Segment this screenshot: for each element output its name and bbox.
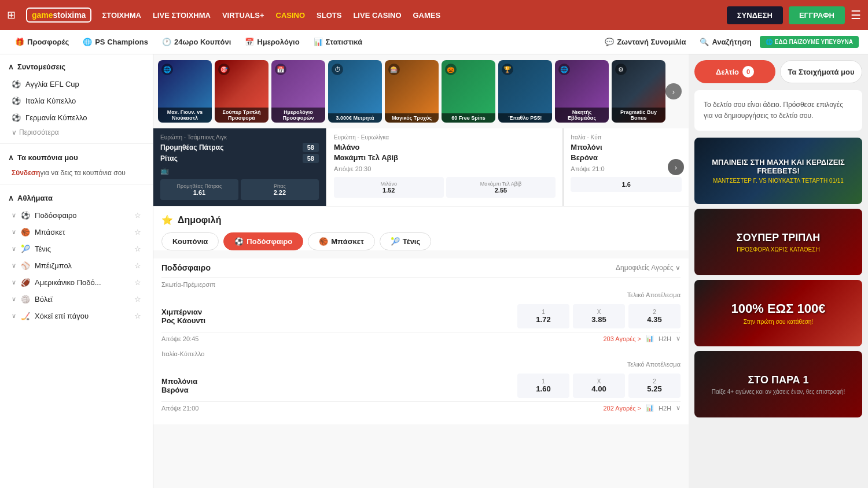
match-next-arrow[interactable]: ›: [668, 159, 684, 175]
match-card-milano[interactable]: Ευρώπη - Ευρωλίγκα Μιλάνο Μακάμπι Τελ Αβ…: [327, 128, 564, 206]
promo-card-counter[interactable]: ⏱ 3.000€ Μετρητά: [328, 60, 382, 123]
nav-casino[interactable]: CASINO: [276, 11, 306, 20]
odd-btn-4[interactable]: Μακάμπι Τελ Αβίβ 2.55: [446, 177, 556, 198]
promo-card-super-triple[interactable]: 🎯 Σούπερ Τριπλή Προσφορά: [215, 60, 269, 123]
card-icon-7: 🏆: [502, 64, 513, 75]
sidebar-item-hockey[interactable]: ∨ 🏒 Χόκεϊ επί πάγου ☆: [8, 308, 145, 324]
register-button[interactable]: ΕΓΓΡΑΦΗ: [789, 6, 845, 24]
nav-virtuals[interactable]: VIRTUALS+: [222, 11, 264, 20]
odd-cell-xb[interactable]: Χ 4.00: [573, 374, 625, 398]
responsible-gambling-badge[interactable]: 🌐 ΕΔΩ ΠΑΙΖΟΥΜΕ ΥΠΕΥΘΥΝΑ: [760, 36, 859, 48]
sport-title: Ποδόσφαιρο: [161, 263, 211, 272]
star-fav-icon-7: ☆: [134, 312, 141, 320]
logo[interactable]: gamestoixima: [26, 8, 91, 23]
sidebar-item-american-football[interactable]: ∨ 🏈 Αμερικάνικο Ποδό... ☆: [8, 274, 145, 291]
match-meta-bologna: Απόψε 21:00 202 Αγορές > 📊 H2H ∨: [161, 402, 681, 416]
promo-card-ps-champions[interactable]: 🌐 Μαν. Γιουν. vs Νιούκαστλ: [158, 60, 212, 123]
sidebar-item-baseball[interactable]: ∨ ⚾ Μπέιζμπολ ☆: [8, 257, 145, 274]
markets-dropdown[interactable]: Δημοφιλείς Αγορές ∨: [616, 264, 681, 272]
sidebar-item-volleyball[interactable]: ∨ 🏐 Βόλεϊ ☆: [8, 291, 145, 308]
sidebar-item-germany-cup[interactable]: ⚽ Γερμανία Κύπελλο: [8, 109, 145, 126]
more-button[interactable]: ∨ Περισσότερα: [8, 126, 145, 139]
sidebar-item-football[interactable]: ∨ ⚽ Ποδόσφαιρο ☆: [8, 207, 145, 224]
sidebar-item-tennis[interactable]: ∨ 🎾 Τένις ☆: [8, 241, 145, 257]
promo-next-arrow[interactable]: ›: [665, 83, 682, 99]
sec-nav-coupon24[interactable]: 🕐 24ωρο Κουπόνι: [156, 34, 237, 50]
nav-slots[interactable]: SLOTS: [317, 11, 341, 20]
american-football-icon: 🏈: [21, 278, 30, 287]
graph-icon-2: 📊: [646, 404, 654, 412]
odd-cell-x[interactable]: Χ 3.85: [573, 304, 625, 328]
odd-btn-2[interactable]: Ρίτας 2.22: [241, 179, 319, 200]
odd-btn-3[interactable]: Μιλάνο 1.52: [334, 177, 444, 198]
promo-card-winner[interactable]: 🌐 Νικητής Εβδομάδας: [555, 60, 609, 123]
tab-basketball[interactable]: 🏀 Μπάσκετ: [308, 232, 375, 250]
tab-tennis[interactable]: 🎾 Τένις: [380, 232, 431, 250]
sidebar-item-italia-cup[interactable]: ⚽ Ιταλία Κύπελλο: [8, 93, 145, 109]
popular-header: ⭐ Δημοφιλή: [161, 215, 681, 225]
sidebar-item-basketball[interactable]: ∨ 🏀 Μπάσκετ ☆: [8, 224, 145, 241]
banner-100[interactable]: 100% ΕΩΣ 100€ Στην πρώτη σου κατάθεση!: [694, 280, 862, 346]
sec-nav-calendar[interactable]: 📅 Ημερολόγιο: [239, 34, 305, 50]
nav-games[interactable]: GAMES: [413, 11, 441, 20]
grid-menu-icon[interactable]: ⊞: [7, 9, 16, 21]
coupon-login-link[interactable]: Σύνδεση: [12, 169, 40, 177]
nav-live[interactable]: LIVE ΣΤΟΙΧΗΜΑ: [153, 11, 211, 20]
shortcuts-section: ∧ Συντομεύσεις ⚽ Αγγλία EFL Cup ⚽ Ιταλία…: [0, 54, 153, 142]
chevron-down-icon: ∨: [12, 128, 17, 136]
sec-nav-stats[interactable]: 📊 Στατιστικά: [308, 34, 369, 50]
banner-ps-champions[interactable]: ΜΠΑΙΝΕΙΣ ΣΤΗ ΜΑΧΗ ΚΑΙ ΚΕΡΔΙΖΕΙΣ FREEBETS…: [694, 138, 862, 204]
sport-table: Ποδόσφαιρο Δημοφιλείς Αγορές ∨ Σκωτία-Πρ…: [153, 258, 689, 424]
odd-btn-1[interactable]: Προμηθέας Πάτρας 1.61: [160, 179, 238, 200]
promo-card-free-spins[interactable]: 🎃 60 Free Spins: [442, 60, 495, 123]
markets-link-hibernian[interactable]: 203 Αγορές >: [603, 335, 641, 342]
result-header-italy: Τελικό Αποτέλεσμα: [161, 358, 681, 370]
chat-icon: 💬: [605, 38, 614, 46]
offers-icon: 🎁: [15, 38, 24, 46]
my-coupons-header[interactable]: ∧ Τα κουπόνια μου: [8, 149, 145, 167]
ps-champions-icon: 🌐: [83, 38, 92, 46]
nav-stoixima[interactable]: ΣΤΟΙΧΗΜΑ: [102, 11, 141, 20]
chevron-down-icon-4: ∨: [12, 245, 16, 253]
sidebar-item-efl-cup[interactable]: ⚽ Αγγλία EFL Cup: [8, 76, 145, 93]
match-card-mpol[interactable]: Ιταλία - Κύπ Μπολόνι Βερόνα Απόψε 21:0 1…: [564, 128, 689, 206]
tab-coupons[interactable]: Κουπόνια: [161, 232, 219, 250]
match-teams-2: Μιλάνο Μακάμπι Τελ Αβίβ: [334, 143, 556, 162]
card-label-5: Μαγικός Τροχός: [385, 113, 439, 123]
promo-card-offers[interactable]: 📅 Ημερολόγιο Προσφορών: [271, 60, 325, 123]
banner-main-text-3: 100% ΕΩΣ 100€: [731, 301, 826, 316]
sec-nav-ps-champions[interactable]: 🌐 PS Champions: [77, 34, 154, 50]
chevron-down-icon-6: ∨: [12, 279, 16, 286]
card-label-8: Νικητής Εβδομάδας: [555, 108, 609, 123]
markets-link-bologna[interactable]: 202 Αγορές >: [603, 405, 641, 412]
star-fav-icon-2: ☆: [134, 228, 141, 236]
sec-nav-search[interactable]: 🔍 Αναζήτηση: [694, 34, 757, 50]
login-button[interactable]: ΣΥΝΔΕΣΗ: [727, 6, 783, 24]
odd-btn-5[interactable]: 1.6: [571, 177, 682, 192]
banner-super-triple[interactable]: ΣΟΥΠΕΡ ΤΡΙΠΛΗ ΠΡΟΣΦΟΡΑ ΧΩΡΙΣ ΚΑΤΑΘΕΣΗ: [694, 209, 862, 275]
sec-nav-offers[interactable]: 🎁 Προσφορές: [9, 34, 75, 50]
bet-slip-button[interactable]: Δελτίο 0: [694, 60, 775, 83]
odd-cell-2b[interactable]: 2 5.25: [628, 374, 681, 398]
sports-header[interactable]: ∧ Αθλήματα: [8, 189, 145, 207]
basketball-icon: 🏀: [21, 228, 30, 236]
my-bets-button[interactable]: Τα Στοιχήματά μου: [780, 60, 862, 83]
nav-live-casino[interactable]: LIVE CASINO: [353, 11, 401, 20]
banner-para1[interactable]: ΣΤΟ ΠΑΡΑ 1 Παίξε 4+ αγώνες και αν χάσεις…: [694, 351, 862, 417]
card-icon: 🌐: [161, 64, 173, 75]
odd-cell-2[interactable]: 2 4.35: [628, 304, 681, 328]
promo-card-pragmatic[interactable]: ⚙ Pragmatic Buy Bonus: [612, 60, 665, 123]
odd-cell-1[interactable]: 1 1.72: [517, 304, 569, 328]
football-icon: ⚽: [12, 80, 21, 88]
match-odds-row-3: 1.6: [571, 177, 682, 192]
match-card-promitheas[interactable]: Ευρώπη - Τσάμπιονς Λιγκ Προμηθέας Πάτρας…: [153, 128, 327, 206]
promo-card-ps5[interactable]: 🏆 Έπαθλο PS5!: [498, 60, 552, 123]
hamburger-icon[interactable]: ☰: [851, 8, 861, 22]
shortcuts-header[interactable]: ∧ Συντομεύσεις: [8, 58, 145, 76]
sec-nav-chat[interactable]: 💬 Ζωντανή Συνομιλία: [599, 34, 692, 50]
match-meta-hibernian: Απόψε 20:45 203 Αγορές > 📊 H2H ∨: [161, 332, 681, 347]
odd-cell-1b[interactable]: 1 1.60: [517, 374, 569, 398]
card-label-7: Έπαθλο PS5!: [498, 113, 552, 123]
tab-football[interactable]: ⚽ Ποδόσφαιρο: [223, 232, 303, 250]
promo-card-wheel[interactable]: 🎰 Μαγικός Τροχός: [385, 60, 439, 123]
